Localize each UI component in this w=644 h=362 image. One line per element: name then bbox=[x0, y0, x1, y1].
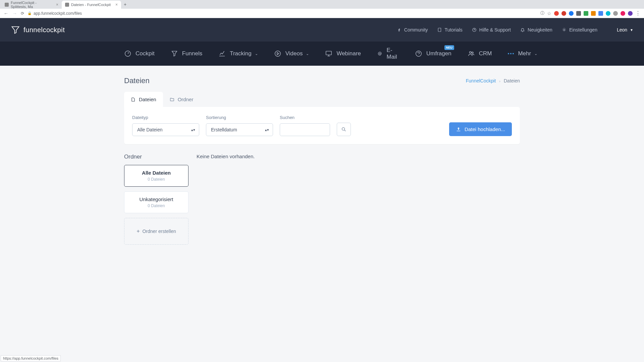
extension-icon[interactable] bbox=[598, 11, 603, 16]
avatar[interactable] bbox=[628, 11, 633, 16]
svg-point-7 bbox=[469, 52, 471, 54]
badge-new: NEU bbox=[444, 45, 454, 50]
dots-icon bbox=[508, 53, 514, 54]
header-link-label: Community bbox=[404, 27, 428, 33]
nav-funnels[interactable]: Funnels bbox=[171, 50, 202, 57]
upload-button[interactable]: Datei hochladen... bbox=[449, 122, 512, 136]
user-menu[interactable]: Leon ▼ bbox=[617, 27, 633, 33]
new-tab-button[interactable]: + bbox=[121, 2, 129, 7]
tab-ordner[interactable]: Ordner bbox=[163, 92, 200, 107]
header-link-label: Hilfe & Support bbox=[479, 27, 511, 33]
folder-card-uncategorized[interactable]: Unkategorisiert 0 Dateien bbox=[124, 191, 189, 213]
nav-label: Umfragen bbox=[426, 50, 451, 57]
empty-message: Keine Dateien vorhanden. bbox=[197, 154, 520, 159]
extension-icon[interactable] bbox=[554, 11, 559, 16]
sidebar-title: Ordner bbox=[124, 154, 189, 160]
nav-label: Videos bbox=[285, 50, 303, 57]
create-folder-button[interactable]: + Ordner erstellen bbox=[124, 218, 189, 245]
filter-bar: Dateityp Alle Dateien ▴▾ Sortierung Erst… bbox=[124, 107, 520, 144]
survey-icon bbox=[415, 50, 422, 57]
nav-label: Tracking bbox=[230, 50, 252, 57]
logo[interactable]: funnelcockpit bbox=[11, 25, 65, 35]
filter-filetype: Dateityp Alle Dateien ▴▾ bbox=[132, 115, 199, 136]
chevron-down-icon: ▼ bbox=[630, 28, 633, 32]
nav-label: CRM bbox=[479, 50, 492, 57]
bell-icon bbox=[520, 27, 525, 32]
back-button[interactable]: ← bbox=[3, 11, 9, 16]
nav-more[interactable]: Mehr ⌄ bbox=[508, 50, 537, 57]
extension-icon[interactable] bbox=[569, 11, 574, 16]
chevron-right-icon: › bbox=[499, 79, 500, 83]
forward-button[interactable]: → bbox=[12, 11, 17, 16]
nav-webinare[interactable]: Webinare bbox=[325, 50, 361, 57]
extension-icon[interactable] bbox=[621, 11, 625, 16]
nav-tracking[interactable]: Tracking ⌄ bbox=[218, 50, 258, 57]
file-list: Keine Dateien vorhanden. bbox=[197, 154, 520, 245]
extension-icon[interactable] bbox=[576, 11, 581, 16]
header-link-tutorials[interactable]: Tutorials bbox=[437, 27, 463, 33]
tab-label: Dateien bbox=[139, 97, 156, 102]
url-field[interactable]: 🔒 app.funnelcockpit.com/files bbox=[28, 11, 537, 16]
main-nav: Cockpit Funnels Tracking ⌄ Videos ⌄ Webi… bbox=[0, 42, 644, 66]
breadcrumb-root[interactable]: FunnelCockpit bbox=[466, 78, 496, 83]
nav-label: Webinare bbox=[336, 50, 361, 57]
content-area: Ordner Alle Dateien 0 Dateien Unkategori… bbox=[124, 154, 520, 245]
sort-select[interactable]: Erstelldatum bbox=[206, 123, 273, 136]
extension-icon[interactable] bbox=[606, 11, 610, 16]
menu-icon[interactable]: ⋮ bbox=[635, 10, 641, 16]
play-icon bbox=[274, 50, 281, 57]
upload-label: Datei hochladen... bbox=[465, 126, 505, 132]
search-input[interactable] bbox=[280, 123, 330, 136]
svg-point-5 bbox=[379, 53, 380, 54]
nav-label: E-Mail bbox=[387, 47, 399, 60]
file-icon bbox=[131, 97, 136, 102]
browser-tab-bar: FunnelCockpit - Splittests, Ma × Dateien… bbox=[0, 0, 644, 9]
chevron-down-icon: ⌄ bbox=[255, 52, 258, 56]
nav-label: Mehr bbox=[518, 50, 531, 57]
header-links: Community Tutorials Hilfe & Support Neui… bbox=[397, 27, 633, 33]
page-title: Dateien bbox=[124, 76, 150, 85]
nav-crm[interactable]: CRM bbox=[468, 50, 492, 57]
browser-tab-active[interactable]: Dateien - FunnelCockpit × bbox=[62, 1, 121, 9]
upload-icon bbox=[456, 127, 461, 132]
folder-card-all[interactable]: Alle Dateien 0 Dateien bbox=[124, 165, 189, 187]
reload-button[interactable]: ⟳ bbox=[21, 11, 24, 16]
browser-tab[interactable]: FunnelCockpit - Splittests, Ma × bbox=[1, 1, 62, 9]
extension-icon[interactable] bbox=[584, 11, 588, 16]
browser-tab-title: Dateien - FunnelCockpit bbox=[71, 3, 111, 7]
content-tabs: Dateien Ordner bbox=[124, 92, 520, 107]
presentation-icon bbox=[325, 50, 332, 57]
logo-text: funnelcockpit bbox=[23, 26, 65, 34]
lock-icon: 🔒 bbox=[28, 11, 32, 15]
folder-count: 0 Dateien bbox=[129, 203, 183, 208]
facebook-icon bbox=[397, 27, 401, 32]
nav-cockpit[interactable]: Cockpit bbox=[124, 50, 155, 57]
tab-dateien[interactable]: Dateien bbox=[124, 92, 163, 107]
folder-name: Alle Dateien bbox=[129, 170, 183, 176]
extension-icon[interactable] bbox=[591, 11, 596, 16]
star-icon[interactable]: ☆ bbox=[547, 11, 551, 16]
nav-umfragen[interactable]: Umfragen NEU bbox=[415, 50, 451, 57]
funnel-icon bbox=[11, 25, 20, 35]
filetype-select[interactable]: Alle Dateien bbox=[132, 123, 199, 136]
nav-videos[interactable]: Videos ⌄ bbox=[274, 50, 309, 57]
users-icon bbox=[468, 50, 475, 57]
search-button[interactable] bbox=[337, 123, 351, 136]
header-link-support[interactable]: Hilfe & Support bbox=[472, 27, 511, 33]
close-icon[interactable]: × bbox=[115, 2, 118, 7]
nav-label: Funnels bbox=[182, 50, 202, 57]
folder-sidebar: Ordner Alle Dateien 0 Dateien Unkategori… bbox=[124, 154, 189, 245]
svg-point-8 bbox=[472, 52, 473, 54]
page-content: Dateien FunnelCockpit › Dateien Dateien … bbox=[111, 66, 533, 255]
extension-icon[interactable] bbox=[561, 11, 566, 16]
header-link-community[interactable]: Community bbox=[397, 27, 428, 33]
svg-point-6 bbox=[416, 51, 422, 57]
favicon bbox=[65, 3, 69, 7]
header-link-news[interactable]: Neuigkeiten bbox=[520, 27, 552, 33]
chart-icon bbox=[218, 50, 226, 57]
nav-email[interactable]: E-Mail bbox=[377, 47, 399, 60]
close-icon[interactable]: × bbox=[56, 2, 58, 7]
header-link-settings[interactable]: Einstellungen bbox=[562, 27, 597, 33]
info-icon[interactable]: ⓘ bbox=[540, 10, 544, 16]
extension-icon[interactable] bbox=[613, 11, 618, 16]
